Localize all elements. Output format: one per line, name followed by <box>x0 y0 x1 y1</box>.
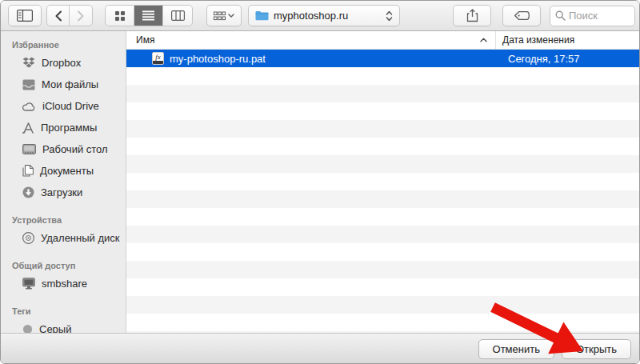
forward-icon <box>77 10 85 22</box>
sidebar-item-label: Документы <box>40 165 94 177</box>
file-row-selected[interactable]: fx my-photoshop-ru.pat Сегодня, 17:57 <box>126 50 639 67</box>
empty-rows <box>126 67 639 333</box>
search-field[interactable] <box>550 6 635 26</box>
action-menu-button[interactable] <box>206 5 242 26</box>
cancel-button[interactable]: Отменить <box>478 339 554 359</box>
sidebar-section-tags: Теги <box>1 304 126 318</box>
sidebar-item-tag-gray[interactable]: Серый <box>1 318 126 333</box>
sidebar-item-remote-disk[interactable]: Удаленный диск <box>1 227 126 249</box>
file-date: Сегодня, 17:57 <box>502 53 639 65</box>
tag-button[interactable] <box>502 5 541 26</box>
column-header-date[interactable]: Дата изменения <box>496 34 639 46</box>
view-mode-control <box>105 5 193 26</box>
share-button[interactable] <box>453 5 491 26</box>
action-menu-icon <box>214 11 226 21</box>
sidebar-section-favorites: Избранное <box>1 38 126 52</box>
sidebar-item-label: Программы <box>41 122 97 134</box>
column-date-label: Дата изменения <box>502 34 574 46</box>
folder-icon <box>255 10 269 21</box>
desktop-icon <box>22 144 36 154</box>
inbox-icon <box>22 79 35 90</box>
sidebar-section-devices: Устройства <box>1 213 126 227</box>
tag-icon <box>514 11 530 20</box>
gray-tag-icon <box>22 324 33 333</box>
sidebar-section-shared: Общий доступ <box>1 258 126 273</box>
history-nav <box>46 5 93 26</box>
applications-icon <box>22 122 34 134</box>
sidebar-item-label: Рабочий стол <box>42 143 108 155</box>
sidebar-toggle-icon <box>17 10 33 22</box>
sort-ascending-icon <box>480 38 487 42</box>
back-button[interactable] <box>47 6 70 26</box>
dialog-footer: Отменить Открыть <box>1 333 639 364</box>
folder-select-label: myphotoshop.ru <box>274 10 381 22</box>
sidebar-item-downloads[interactable]: Загрузки <box>1 182 126 203</box>
sidebar-item-smbshare[interactable]: smbshare <box>1 273 126 294</box>
toolbar: myphotoshop.ru <box>1 1 639 31</box>
search-icon <box>555 10 566 21</box>
list-view-button[interactable] <box>134 6 163 26</box>
column-view-icon <box>171 10 185 21</box>
sidebar-toggle-button[interactable] <box>8 5 42 26</box>
sidebar-item-label: iCloud Drive <box>42 100 99 112</box>
share-icon <box>466 9 478 22</box>
document-icon <box>22 165 34 177</box>
sidebar: Избранное Dropbox Мои файлы iCloud Drive <box>1 31 126 333</box>
open-dialog-window: myphotoshop.ru <box>0 0 640 364</box>
sidebar-item-label: Загрузки <box>41 186 82 198</box>
sidebar-item-dropbox[interactable]: Dropbox <box>1 52 126 74</box>
column-name-label: Имя <box>136 34 154 46</box>
sidebar-item-my-files[interactable]: Мои файлы <box>1 74 126 95</box>
pat-file-icon-label: fx <box>153 53 163 61</box>
forward-button[interactable] <box>70 6 92 26</box>
column-header-name[interactable]: Имя <box>126 31 496 49</box>
sidebar-item-desktop[interactable]: Рабочий стол <box>1 138 126 160</box>
chevron-up-down-icon <box>386 10 393 22</box>
sidebar-item-label: Мои файлы <box>42 78 98 90</box>
list-header: Имя Дата изменения <box>126 31 639 50</box>
column-view-button[interactable] <box>163 6 192 26</box>
dropbox-icon <box>22 57 35 69</box>
sidebar-item-applications[interactable]: Программы <box>1 117 126 138</box>
sidebar-item-label: Dropbox <box>42 57 81 69</box>
cloud-icon <box>22 102 36 111</box>
file-name: my-photoshop-ru.pat <box>170 53 502 65</box>
downloads-icon <box>22 186 34 198</box>
file-list: Имя Дата изменения fx my-photoshop-r <box>126 31 639 333</box>
list-body: fx my-photoshop-ru.pat Сегодня, 17:57 <box>126 50 639 333</box>
search-input[interactable] <box>569 10 625 22</box>
sidebar-item-label: smbshare <box>42 278 87 290</box>
chevron-down-icon <box>228 14 234 18</box>
icon-view-icon <box>114 10 126 22</box>
back-icon <box>54 10 62 22</box>
sidebar-item-label: Удаленный диск <box>41 232 119 244</box>
sidebar-item-documents[interactable]: Документы <box>1 160 126 182</box>
folder-select[interactable]: myphotoshop.ru <box>248 5 400 26</box>
icon-view-button[interactable] <box>106 6 134 26</box>
pat-file-icon: fx <box>152 52 164 65</box>
list-view-icon <box>142 10 154 21</box>
disc-icon <box>22 232 34 244</box>
display-icon <box>22 278 35 290</box>
sidebar-item-icloud-drive[interactable]: iCloud Drive <box>1 95 126 117</box>
open-button[interactable]: Открыть <box>562 339 631 359</box>
sidebar-item-label: Серый <box>39 323 71 333</box>
